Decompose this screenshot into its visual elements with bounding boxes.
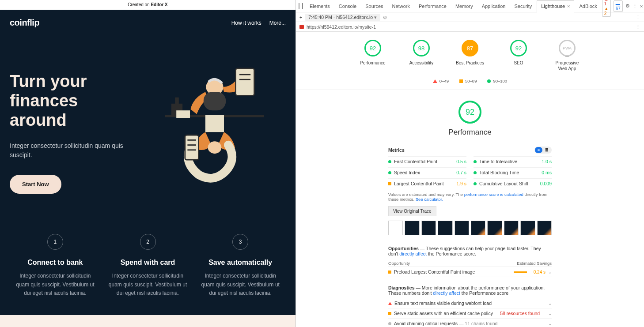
report-tab[interactable]: 7:45:40 PM - hl56412.editorx.io ▾ <box>305 14 380 21</box>
svg-rect-7 <box>205 115 224 132</box>
score-legend: 0–49 50–89 90–100 <box>296 75 644 90</box>
tab-network[interactable]: Network <box>388 0 414 12</box>
filmstrip-frame <box>537 221 552 235</box>
opportunity-row[interactable]: Preload Largest Contentful Paint image 0… <box>388 267 552 277</box>
feature-2: 2 Spend with card Integer consectetur so… <box>106 234 190 297</box>
status-icon <box>388 302 392 305</box>
tab-lighthouse[interactable]: Lighthouse× <box>537 0 574 12</box>
report-tabbar: + 7:45:40 PM - hl56412.editorx.io ▾ ⊘ ⋮ <box>296 12 644 22</box>
gauge-seo[interactable]: 92 SEO <box>503 40 534 71</box>
hero-illustration <box>144 54 286 194</box>
tab-adblock[interactable]: AdBlock <box>575 0 601 12</box>
filmstrip-frame <box>388 221 403 235</box>
score-gauges: 92 Performance 98 Accessibility 87 Best … <box>296 32 644 75</box>
diagnostics-section: Diagnostics — More information about the… <box>388 285 552 327</box>
error-badge[interactable]: ◉ 1 ▲ 2 <box>602 0 611 17</box>
tab-performance[interactable]: Performance <box>415 0 451 12</box>
devtools-right-icons: ◉ 1 ▲ 2 ▬ 67 ⚙ ⋮ × <box>602 0 643 17</box>
brand-logo[interactable]: coinflip <box>10 18 39 28</box>
gear-icon[interactable]: ⚙ <box>625 3 630 9</box>
inspect-element-icon[interactable] <box>299 3 299 9</box>
directly-affect-link[interactable]: directly affect <box>399 251 427 256</box>
filmstrip-frame <box>520 221 535 235</box>
gauge-best-practices[interactable]: 87 Best Practices <box>454 40 486 71</box>
see-calc-link[interactable]: See calculator. <box>416 197 443 202</box>
filmstrip-frame <box>487 221 502 235</box>
feature-body: Integer consectetur sollicitudin quam qu… <box>13 272 97 297</box>
metrics-view-toggle[interactable]: ≡≣ <box>534 147 552 154</box>
filmstrip-frame <box>471 221 485 235</box>
chevron-down-icon: ⌄ <box>548 301 552 306</box>
hero-title: Turn your finances around <box>10 72 139 130</box>
nav-more[interactable]: More... <box>269 20 286 26</box>
status-icon <box>388 322 391 325</box>
nav-how-it-works[interactable]: How it works <box>231 20 261 26</box>
metric-fcp: First Contentful Paint0.5 s <box>388 156 466 166</box>
gauge-label: Performance <box>357 60 389 66</box>
tab-memory[interactable]: Memory <box>451 0 477 12</box>
gauge-accessibility[interactable]: 98 Accessibility <box>405 40 437 71</box>
more-icon[interactable]: ⋮ <box>633 3 637 9</box>
block-icon[interactable]: ⊘ <box>383 15 387 20</box>
view-compact-icon[interactable]: ≣ <box>542 147 551 153</box>
diagnostic-row[interactable]: Serve static assets with an efficient ca… <box>388 308 552 319</box>
site-nav: coinflip How it works More... <box>0 10 295 32</box>
metric-tti: Time to Interactive1.0 s <box>474 156 552 166</box>
view-expanded-icon[interactable]: ≡ <box>535 147 542 153</box>
feature-3: 3 Save automatically Integer consectetur… <box>198 234 282 297</box>
metric-si: Speed Index0.7 s <box>388 167 466 177</box>
square-icon <box>459 79 463 83</box>
metric-lcp: Largest Contentful Paint1.9 s <box>388 178 466 188</box>
feature-number: 3 <box>232 234 248 250</box>
tab-application[interactable]: Application <box>478 0 510 12</box>
page-url: https://hl56412.editorx.io/mysite-1 <box>307 24 633 30</box>
square-icon <box>388 271 391 274</box>
tab-console[interactable]: Console <box>335 0 360 12</box>
section-score-value: 92 <box>458 101 481 124</box>
status-icon <box>388 312 391 315</box>
svg-rect-9 <box>185 135 199 160</box>
editor-ribbon: Created on Editor X <box>0 0 295 10</box>
tab-security[interactable]: Security <box>510 0 536 12</box>
opportunities-section: Opportunities — These suggestions can he… <box>388 246 552 277</box>
calc-link[interactable]: performance score is calculated <box>464 192 523 197</box>
filmstrip-frame <box>438 221 452 235</box>
tab-elements[interactable]: Elements <box>306 0 334 12</box>
info-badge[interactable]: ▬ 67 <box>614 0 623 12</box>
tab-sources[interactable]: Sources <box>361 0 387 12</box>
svg-point-8 <box>208 142 222 154</box>
feature-title: Connect to bank <box>13 259 97 267</box>
chevron-down-icon: ⌄ <box>548 270 552 274</box>
diagnostic-row[interactable]: Ensure text remains visible during webfo… <box>388 298 552 308</box>
svg-rect-4 <box>236 68 254 96</box>
close-icon[interactable]: × <box>567 4 570 9</box>
feature-title: Save automatically <box>198 259 282 267</box>
filmstrip-frame <box>421 221 436 235</box>
metric-cls: Cumulative Layout Shift0.009 <box>474 178 552 188</box>
filmstrip-frame <box>504 221 519 235</box>
more-icon[interactable]: ⋮ <box>636 24 640 30</box>
device-toolbar-icon[interactable] <box>302 3 303 9</box>
feature-number: 2 <box>140 234 156 250</box>
feature-1: 1 Connect to bank Integer consectetur so… <box>13 234 97 297</box>
metrics-heading: Metrics <box>388 147 405 153</box>
gauge-pwa[interactable]: PWA Progressive Web App <box>551 40 583 71</box>
website-preview: Created on Editor X coinflip How it work… <box>0 0 295 327</box>
gauge-performance[interactable]: 92 Performance <box>357 40 389 71</box>
start-now-button[interactable]: Start Now <box>10 175 61 194</box>
lighthouse-report[interactable]: 92 Performance 98 Accessibility 87 Best … <box>296 32 644 327</box>
insecure-lock-icon <box>299 25 304 29</box>
gauge-value: 92 <box>364 40 381 56</box>
metrics-disclaimer: Values are estimated and may vary. The p… <box>388 192 552 202</box>
new-report-button[interactable]: + <box>299 15 302 20</box>
feature-body: Integer consectetur sollicitudin quam qu… <box>198 272 282 297</box>
feature-title: Spend with card <box>106 259 190 267</box>
svg-rect-1 <box>176 111 190 118</box>
close-devtools-icon[interactable]: × <box>640 4 643 9</box>
site-footer-strip <box>0 315 295 327</box>
diagnostic-row[interactable]: Avoid chaining critical requests — 11 ch… <box>388 319 552 327</box>
metric-tbt: Total Blocking Time0 ms <box>474 167 552 177</box>
directly-affect-link[interactable]: directly affect <box>433 290 460 296</box>
view-trace-button[interactable]: View Original Trace <box>388 206 436 216</box>
devtools-tabs: Elements Console Sources Network Perform… <box>296 0 644 12</box>
